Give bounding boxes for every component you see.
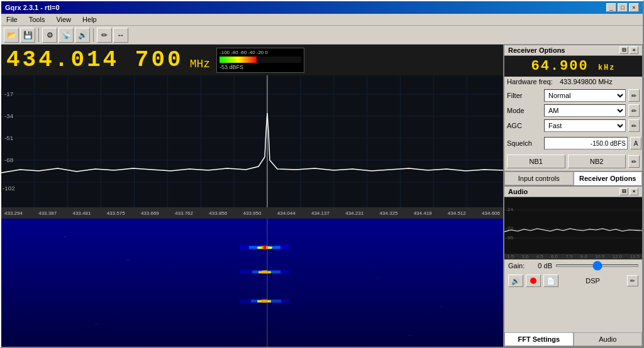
freq-axis: 433.294 433.387 433.481 433.575 433.669 …	[1, 207, 503, 219]
squelch-input[interactable]	[544, 137, 628, 150]
antenna-button[interactable]: 📡	[58, 28, 74, 43]
nb-edit-button[interactable]: ✏	[628, 155, 640, 168]
menu-tools[interactable]: Tools	[26, 15, 48, 24]
receiver-options-header: Receiver Options ⊟ ×	[504, 45, 642, 56]
svg-rect-32	[264, 246, 266, 249]
svg-rect-36	[262, 271, 267, 274]
audio-file-button[interactable]: 📄	[543, 275, 558, 287]
toolbar-separator-1	[38, 28, 39, 42]
receiver-frequency[interactable]: 64.900	[531, 58, 588, 74]
receiver-freq-display: 64.900 kHz	[504, 56, 642, 77]
window-title: Gqrx 2.3.1 - rtl=0	[5, 4, 60, 11]
freq-label-4: 433.669	[141, 210, 159, 216]
audio-freq-5: 9.0	[580, 254, 587, 259]
toolbar: 📂 💾 ⚙ 📡 🔊 ✏ ↔	[1, 26, 643, 45]
audio-header-controls: ⊟ ×	[619, 188, 638, 195]
audio-panel: Audio ⊟ ×	[504, 186, 643, 347]
audio-freq-2: 4.5	[536, 254, 543, 259]
freq-label-3: 433.575	[107, 210, 125, 216]
main-area: 434.014 700 MHz -100 -80 -60 -40 -20 0 -…	[1, 45, 643, 347]
main-frequency[interactable]: 434.014 700	[6, 47, 184, 73]
svg-text:-68: -68	[4, 156, 14, 163]
svg-rect-40	[262, 300, 267, 303]
audio-speaker-button[interactable]: 🔊	[508, 275, 523, 287]
freq-label-5: 433.762	[175, 210, 193, 216]
agc-select[interactable]: Fast	[544, 119, 626, 132]
svg-text:-72: -72	[506, 226, 514, 231]
svg-rect-48	[504, 197, 642, 254]
audio-display: -24 -72 -96	[504, 197, 642, 254]
signal-bar-container	[219, 57, 301, 63]
scale-20: -20	[257, 50, 264, 55]
svg-rect-43	[378, 277, 380, 278]
menu-file[interactable]: File	[4, 15, 20, 24]
gain-slider[interactable]	[556, 264, 638, 267]
tab-receiver-options[interactable]: Receiver Options	[574, 171, 643, 185]
maximize-button[interactable]: □	[618, 3, 628, 12]
audio-button[interactable]: 🔊	[75, 28, 90, 43]
nb1-button[interactable]: NB1	[507, 155, 565, 168]
close-button[interactable]: ×	[629, 3, 639, 12]
menu-view[interactable]: View	[53, 15, 74, 24]
waterfall-svg	[1, 219, 503, 347]
scale-0: 0	[265, 50, 267, 55]
tab-fft-settings[interactable]: FFT Settings	[504, 332, 574, 346]
agc-edit-button[interactable]: ✏	[628, 119, 640, 132]
spectrum-plot: -17 -34 -51 -68 -102	[1, 75, 503, 207]
main-window: Gqrx 2.3.1 - rtl=0 _ □ × File Tools View…	[0, 0, 644, 348]
settings-button[interactable]: ⚙	[42, 28, 57, 43]
edit-button[interactable]: ✏	[97, 28, 112, 43]
freq-label-8: 434.044	[277, 210, 296, 216]
gain-label: Gain:	[508, 262, 527, 269]
mode-edit-button[interactable]: ✏	[628, 104, 640, 117]
audio-controls: 🔊 📄 DSP ✏	[504, 272, 642, 290]
audio-freq-7: 12.0	[613, 254, 623, 259]
svg-rect-45	[96, 324, 98, 325]
svg-rect-27	[1, 219, 503, 347]
freq-label-2: 433.481	[72, 210, 91, 216]
open-button[interactable]: 📂	[4, 28, 19, 43]
tab-input-controls[interactable]: Input controls	[504, 171, 574, 185]
scale-100: -100	[219, 50, 230, 55]
freq-label-7: 433.950	[243, 210, 262, 216]
signal-dbfs: -53 dBFS	[219, 64, 301, 70]
save-button[interactable]: 💾	[20, 28, 35, 43]
spectrum-svg: -17 -34 -51 -68 -102	[1, 75, 503, 207]
filter-label: Filter	[507, 92, 541, 99]
arrows-button[interactable]: ↔	[113, 28, 128, 43]
freq-label-10: 434.231	[345, 210, 364, 216]
audio-edit-button[interactable]: ✏	[627, 275, 638, 286]
minimize-button[interactable]: _	[606, 3, 616, 12]
menu-bar: File Tools View Help	[1, 14, 643, 26]
tab-audio[interactable]: Audio	[574, 332, 643, 346]
nb2-button[interactable]: NB2	[568, 155, 626, 168]
hardware-freq-row: Hardware freq: 433.949800 MHz	[504, 77, 642, 87]
mode-label: Mode	[507, 107, 541, 114]
audio-record-button[interactable]	[526, 275, 541, 287]
menu-help[interactable]: Help	[80, 15, 99, 24]
receiver-tab-row: Input controls Receiver Options	[504, 171, 642, 185]
audio-title: Audio	[508, 188, 528, 195]
filter-select[interactable]: Normal	[544, 89, 626, 102]
svg-text:-34: -34	[4, 112, 14, 119]
dsp-label: DSP	[561, 277, 625, 285]
freq-bar: 434.014 700 MHz -100 -80 -60 -40 -20 0 -…	[1, 45, 503, 75]
receiver-settings-table: Filter Normal ✏ Mode AM ✏	[504, 87, 642, 137]
agc-label: AGC	[507, 122, 541, 129]
signal-bar	[219, 57, 257, 63]
audio-freq-4: 7.5	[565, 254, 572, 259]
audio-close-button[interactable]: ×	[630, 188, 638, 195]
svg-rect-44	[440, 306, 442, 307]
audio-restore-button[interactable]: ⊟	[619, 188, 628, 195]
right-panel: Receiver Options ⊟ × 64.900 kHz Hardware…	[503, 45, 643, 347]
filter-edit-button[interactable]: ✏	[628, 89, 640, 102]
mode-select[interactable]: AM	[544, 104, 626, 117]
agc-row: AGC Fast ✏	[507, 119, 640, 132]
freq-label-14: 434.606	[482, 210, 500, 216]
receiver-restore-button[interactable]: ⊟	[619, 46, 628, 54]
svg-rect-41	[64, 236, 66, 237]
nb-row: NB1 NB2 ✏	[504, 152, 642, 171]
receiver-close-button[interactable]: ×	[630, 46, 638, 54]
gain-row: Gain: 0 dB	[504, 259, 642, 272]
squelch-auto-button[interactable]: A	[630, 137, 641, 150]
